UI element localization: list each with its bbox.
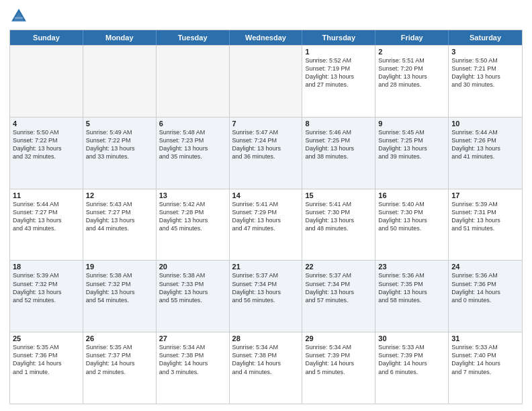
cell-info: Sunrise: 5:49 AMSunset: 7:22 PMDaylight:… [86,128,153,161]
header [9,7,523,26]
day-number: 10 [451,120,519,128]
cal-cell-16: 16Sunrise: 5:40 AMSunset: 7:30 PMDayligh… [375,189,449,261]
cell-info: Sunrise: 5:37 AMSunset: 7:34 PMDaylight:… [232,271,300,304]
calendar-row-4: 18Sunrise: 5:39 AMSunset: 7:32 PMDayligh… [10,260,522,332]
cell-info: Sunrise: 5:35 AMSunset: 7:36 PMDaylight:… [13,343,80,376]
logo [9,7,31,26]
cal-cell-17: 17Sunrise: 5:39 AMSunset: 7:31 PMDayligh… [449,189,522,261]
logo-icon [9,7,28,26]
cell-info: Sunrise: 5:33 AMSunset: 7:39 PMDaylight:… [378,343,445,376]
cal-cell-empty-0-2 [157,46,230,117]
header-day-monday: Monday [83,30,157,45]
cal-cell-22: 22Sunrise: 5:37 AMSunset: 7:34 PMDayligh… [302,261,375,332]
day-number: 8 [305,120,372,128]
svg-rect-2 [15,17,23,19]
day-number: 4 [13,120,80,128]
cell-info: Sunrise: 5:38 AMSunset: 7:33 PMDaylight:… [159,271,226,304]
cal-cell-27: 27Sunrise: 5:34 AMSunset: 7:38 PMDayligh… [157,332,230,404]
cal-cell-11: 11Sunrise: 5:44 AMSunset: 7:27 PMDayligh… [10,189,83,261]
day-number: 3 [451,48,519,56]
cell-info: Sunrise: 5:34 AMSunset: 7:39 PMDaylight:… [305,343,372,376]
cell-info: Sunrise: 5:39 AMSunset: 7:32 PMDaylight:… [13,271,80,304]
header-day-sunday: Sunday [10,30,83,45]
cal-cell-31: 31Sunrise: 5:33 AMSunset: 7:40 PMDayligh… [449,332,522,404]
day-number: 26 [86,334,153,342]
calendar-row-5: 25Sunrise: 5:35 AMSunset: 7:36 PMDayligh… [10,332,522,404]
cal-cell-10: 10Sunrise: 5:44 AMSunset: 7:26 PMDayligh… [449,118,522,189]
cell-info: Sunrise: 5:45 AMSunset: 7:25 PMDaylight:… [378,128,445,161]
cell-info: Sunrise: 5:41 AMSunset: 7:29 PMDaylight:… [232,200,300,233]
day-number: 20 [159,263,226,271]
calendar-row-2: 4Sunrise: 5:50 AMSunset: 7:22 PMDaylight… [10,117,522,189]
day-number: 24 [451,263,519,271]
day-number: 6 [159,120,226,128]
day-number: 13 [159,191,226,199]
day-number: 16 [378,191,445,199]
day-number: 19 [86,263,153,271]
cal-cell-21: 21Sunrise: 5:37 AMSunset: 7:34 PMDayligh… [230,261,303,332]
day-number: 2 [378,48,445,56]
header-day-thursday: Thursday [302,30,375,45]
day-number: 15 [305,191,372,199]
cal-cell-8: 8Sunrise: 5:46 AMSunset: 7:25 PMDaylight… [302,118,375,189]
cal-cell-7: 7Sunrise: 5:47 AMSunset: 7:24 PMDaylight… [230,118,303,189]
day-number: 22 [305,263,372,271]
cell-info: Sunrise: 5:44 AMSunset: 7:27 PMDaylight:… [13,200,80,233]
calendar-row-3: 11Sunrise: 5:44 AMSunset: 7:27 PMDayligh… [10,189,522,261]
cal-cell-30: 30Sunrise: 5:33 AMSunset: 7:39 PMDayligh… [375,332,449,404]
cell-info: Sunrise: 5:50 AMSunset: 7:22 PMDaylight:… [13,128,80,161]
calendar: SundayMondayTuesdayWednesdayThursdayFrid… [9,30,523,404]
cal-cell-5: 5Sunrise: 5:49 AMSunset: 7:22 PMDaylight… [83,118,157,189]
cal-cell-23: 23Sunrise: 5:36 AMSunset: 7:35 PMDayligh… [375,261,449,332]
cal-cell-1: 1Sunrise: 5:52 AMSunset: 7:19 PMDaylight… [302,46,375,117]
cell-info: Sunrise: 5:37 AMSunset: 7:34 PMDaylight:… [305,271,372,304]
cal-cell-19: 19Sunrise: 5:38 AMSunset: 7:32 PMDayligh… [83,261,157,332]
cal-cell-3: 3Sunrise: 5:50 AMSunset: 7:21 PMDaylight… [449,46,522,117]
page: SundayMondayTuesdayWednesdayThursdayFrid… [0,0,532,411]
cell-info: Sunrise: 5:38 AMSunset: 7:32 PMDaylight:… [86,271,153,304]
cal-cell-25: 25Sunrise: 5:35 AMSunset: 7:36 PMDayligh… [10,332,83,404]
cell-info: Sunrise: 5:39 AMSunset: 7:31 PMDaylight:… [451,200,519,233]
cell-info: Sunrise: 5:51 AMSunset: 7:20 PMDaylight:… [378,56,445,89]
cell-info: Sunrise: 5:50 AMSunset: 7:21 PMDaylight:… [451,56,519,89]
cal-cell-24: 24Sunrise: 5:36 AMSunset: 7:36 PMDayligh… [449,261,522,332]
cal-cell-15: 15Sunrise: 5:41 AMSunset: 7:30 PMDayligh… [302,189,375,261]
day-number: 21 [232,263,300,271]
cal-cell-9: 9Sunrise: 5:45 AMSunset: 7:25 PMDaylight… [375,118,449,189]
cell-info: Sunrise: 5:35 AMSunset: 7:37 PMDaylight:… [86,343,153,376]
header-day-tuesday: Tuesday [157,30,230,45]
day-number: 25 [13,334,80,342]
cell-info: Sunrise: 5:48 AMSunset: 7:23 PMDaylight:… [159,128,226,161]
day-number: 14 [232,191,300,199]
cal-cell-2: 2Sunrise: 5:51 AMSunset: 7:20 PMDaylight… [375,46,449,117]
cal-cell-26: 26Sunrise: 5:35 AMSunset: 7:37 PMDayligh… [83,332,157,404]
day-number: 29 [305,334,372,342]
cal-cell-29: 29Sunrise: 5:34 AMSunset: 7:39 PMDayligh… [302,332,375,404]
cell-info: Sunrise: 5:47 AMSunset: 7:24 PMDaylight:… [232,128,300,161]
day-number: 23 [378,263,445,271]
header-day-saturday: Saturday [449,30,522,45]
cal-cell-13: 13Sunrise: 5:42 AMSunset: 7:28 PMDayligh… [157,189,230,261]
cell-info: Sunrise: 5:43 AMSunset: 7:27 PMDaylight:… [86,200,153,233]
day-number: 27 [159,334,226,342]
day-number: 11 [13,191,80,199]
cal-cell-20: 20Sunrise: 5:38 AMSunset: 7:33 PMDayligh… [157,261,230,332]
cal-cell-empty-0-0 [10,46,83,117]
cell-info: Sunrise: 5:46 AMSunset: 7:25 PMDaylight:… [305,128,372,161]
day-number: 7 [232,120,300,128]
day-number: 5 [86,120,153,128]
header-day-friday: Friday [375,30,449,45]
calendar-body: 1Sunrise: 5:52 AMSunset: 7:19 PMDaylight… [10,45,522,404]
cell-info: Sunrise: 5:34 AMSunset: 7:38 PMDaylight:… [232,343,300,376]
cal-cell-14: 14Sunrise: 5:41 AMSunset: 7:29 PMDayligh… [230,189,303,261]
cell-info: Sunrise: 5:36 AMSunset: 7:36 PMDaylight:… [451,271,519,304]
cal-cell-empty-0-1 [83,46,157,117]
day-number: 30 [378,334,445,342]
day-number: 28 [232,334,300,342]
cell-info: Sunrise: 5:33 AMSunset: 7:40 PMDaylight:… [451,343,519,376]
day-number: 31 [451,334,519,342]
cal-cell-12: 12Sunrise: 5:43 AMSunset: 7:27 PMDayligh… [83,189,157,261]
cal-cell-4: 4Sunrise: 5:50 AMSunset: 7:22 PMDaylight… [10,118,83,189]
cell-info: Sunrise: 5:44 AMSunset: 7:26 PMDaylight:… [451,128,519,161]
cell-info: Sunrise: 5:36 AMSunset: 7:35 PMDaylight:… [378,271,445,304]
